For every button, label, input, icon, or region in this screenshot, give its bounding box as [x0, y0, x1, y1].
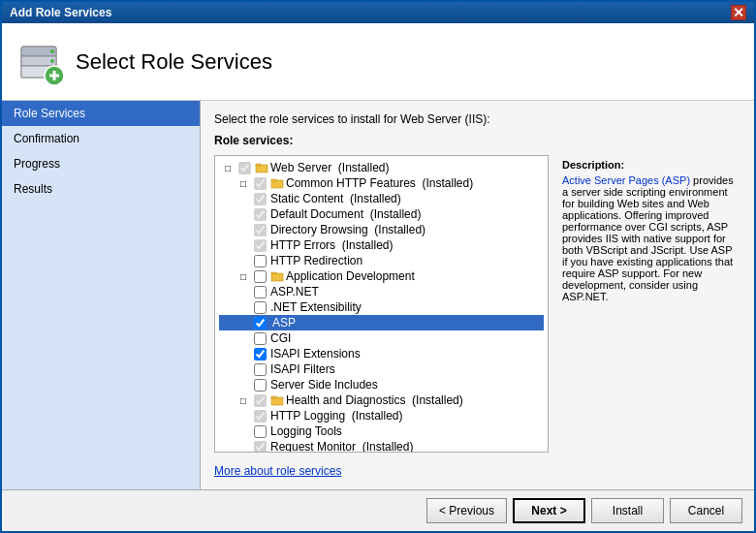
header-area: Select Role Services — [2, 23, 754, 101]
main-content: Role Services Confirmation Progress Resu… — [2, 101, 754, 489]
title-bar: Add Role Services ✕ — [2, 2, 754, 23]
expand-icon-common-http[interactable]: □ — [236, 176, 250, 190]
cb-cgi[interactable] — [254, 332, 267, 345]
cb-asp[interactable] — [254, 317, 267, 329]
sidebar-item-progress[interactable]: Progress — [2, 151, 200, 176]
more-link-container: More about role services — [214, 464, 740, 478]
header-icon — [17, 39, 64, 85]
cancel-button[interactable]: Cancel — [670, 498, 742, 523]
sidebar-item-confirmation[interactable]: Confirmation — [2, 126, 200, 151]
tree-node-net-ext: .NET Extensibility — [219, 299, 544, 315]
cb-ssi[interactable] — [254, 379, 267, 392]
cb-aspnet[interactable] — [254, 286, 267, 298]
prev-button[interactable]: < Previous — [426, 498, 507, 523]
description-title: Description: — [562, 159, 735, 171]
cb-http-redirect[interactable] — [254, 255, 267, 267]
content-area: Select the role services to install for … — [201, 101, 754, 489]
sidebar-item-role-services[interactable]: Role Services — [2, 101, 200, 126]
cb-static-content[interactable] — [254, 193, 267, 205]
svg-point-4 — [50, 49, 54, 53]
svg-rect-15 — [271, 272, 276, 274]
svg-point-5 — [50, 59, 54, 63]
tree-node-req-monitor: Request Monitor (Installed) — [219, 439, 544, 453]
expand-icon-health-diag[interactable]: □ — [236, 393, 250, 407]
role-services-label: Role services: — [214, 134, 740, 147]
cb-isapi-ext[interactable] — [254, 348, 267, 361]
expand-icon-web-server[interactable]: □ — [221, 161, 235, 174]
svg-rect-9 — [53, 71, 56, 80]
svg-rect-13 — [271, 179, 276, 181]
svg-rect-11 — [256, 164, 261, 166]
next-button[interactable]: Next > — [513, 498, 585, 523]
more-about-link[interactable]: More about role services — [214, 464, 341, 478]
cb-req-monitor[interactable] — [254, 441, 267, 454]
tree-node-cgi: CGI — [219, 330, 544, 346]
tree-node-isapi-ext: ISAPI Extensions — [219, 346, 544, 361]
page-title: Select Role Services — [76, 49, 272, 75]
cb-app-dev[interactable] — [254, 270, 267, 283]
tree-panel[interactable]: □ Web Server (Installed) □ Common HTTP F… — [214, 155, 549, 453]
cb-http-errors[interactable] — [254, 239, 267, 252]
content-panels: □ Web Server (Installed) □ Common HTTP F… — [214, 155, 740, 453]
tree-node-aspnet: ASP.NET — [219, 284, 544, 299]
install-button[interactable]: Install — [591, 498, 664, 523]
add-role-services-window: Add Role Services ✕ Select Role Services — [0, 0, 756, 533]
asp-link[interactable]: Active Server Pages (ASP) — [562, 174, 690, 186]
window-title: Add Role Services — [10, 6, 111, 19]
tree-node-http-errors: HTTP Errors (Installed) — [219, 237, 544, 253]
sidebar-item-results[interactable]: Results — [2, 176, 200, 202]
folder-icon-health-diag — [270, 393, 284, 407]
cb-net-ext[interactable] — [254, 301, 267, 314]
tree-node-web-server: □ Web Server (Installed) — [219, 160, 544, 175]
cb-isapi-filters[interactable] — [254, 363, 267, 376]
cb-web-server[interactable] — [238, 162, 251, 174]
tree-node-http-logging: HTTP Logging (Installed) — [219, 408, 544, 423]
sidebar: Role Services Confirmation Progress Resu… — [2, 101, 201, 489]
tree-node-static-content: Static Content (Installed) — [219, 191, 544, 206]
folder-icon-app-dev — [270, 269, 284, 283]
close-button[interactable]: ✕ — [731, 5, 746, 20]
tree-node-http-redirect: HTTP Redirection — [219, 253, 544, 268]
cb-default-doc[interactable] — [254, 208, 267, 221]
folder-icon-web-server — [255, 161, 268, 174]
description-body: Active Server Pages (ASP) provides a ser… — [562, 174, 735, 302]
tree-node-common-http: □ Common HTTP Features (Installed) — [219, 175, 544, 191]
tree-node-health-diag: □ Health and Diagnostics (Installed) — [219, 392, 544, 408]
expand-icon-app-dev[interactable]: □ — [236, 269, 250, 283]
tree-node-asp[interactable]: ASP — [219, 315, 544, 330]
description-body-text: provides a server side scripting environ… — [562, 174, 734, 302]
cb-logging-tools[interactable] — [254, 425, 267, 438]
tree-node-isapi-filters: ISAPI Filters — [219, 361, 544, 377]
tree-node-app-dev: □ Application Development — [219, 268, 544, 284]
tree-node-logging-tools: Logging Tools — [219, 423, 544, 439]
instruction-text: Select the role services to install for … — [214, 112, 740, 126]
svg-rect-17 — [271, 396, 276, 398]
description-panel: Description: Active Server Pages (ASP) p… — [556, 155, 740, 453]
cb-dir-browsing[interactable] — [254, 224, 267, 236]
cb-common-http[interactable] — [254, 177, 267, 190]
tree-node-default-doc: Default Document (Installed) — [219, 206, 544, 222]
folder-icon-common-http — [270, 176, 284, 190]
footer: < Previous Next > Install Cancel — [2, 489, 754, 531]
tree-node-dir-browsing: Directory Browsing (Installed) — [219, 222, 544, 237]
cb-health-diag[interactable] — [254, 394, 267, 407]
cb-http-logging[interactable] — [254, 410, 267, 423]
tree-node-ssi: Server Side Includes — [219, 377, 544, 392]
